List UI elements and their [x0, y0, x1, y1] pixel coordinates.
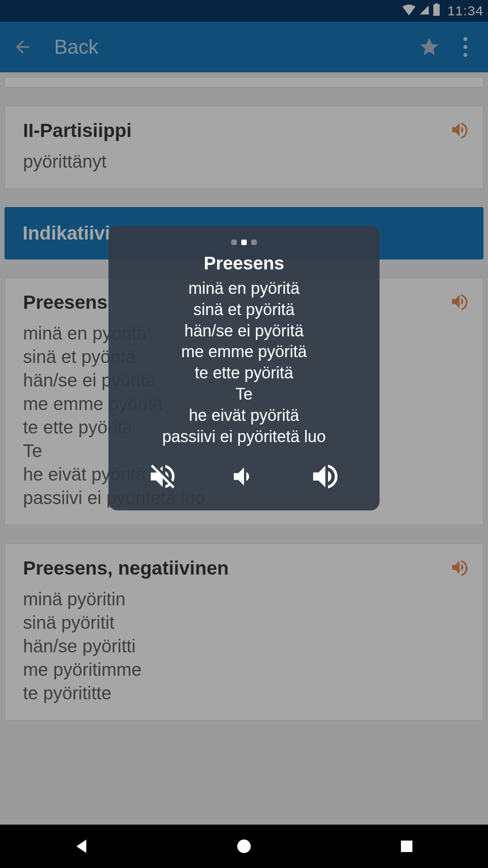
dot — [251, 240, 257, 245]
popup-title: Preesens — [122, 253, 366, 274]
popup-line: passiivi ei pyöritetä luo — [122, 426, 366, 448]
volume-low-button[interactable] — [224, 456, 264, 497]
popup-line: te ette pyöritä — [122, 363, 366, 384]
nav-home-button[interactable] — [228, 830, 260, 862]
svg-point-6 — [237, 840, 251, 853]
screen: 11:34 Back II-Partisiippi pyörittänyt In… — [0, 0, 488, 868]
svg-rect-7 — [401, 840, 412, 852]
audio-popup: Preesens minä en pyöritäsinä et pyöritäh… — [108, 226, 380, 510]
nav-recent-button[interactable] — [391, 830, 422, 862]
system-nav-bar — [0, 825, 488, 868]
nav-back-button[interactable] — [66, 830, 97, 862]
popup-line: he eivät pyöritä — [122, 405, 366, 426]
page-indicator — [122, 240, 366, 245]
popup-line: sinä et pyöritä — [122, 299, 366, 321]
popup-line: me emme pyöritä — [122, 341, 366, 363]
dot-active — [241, 240, 247, 245]
dot — [231, 240, 237, 245]
popup-line: minä en pyöritä — [122, 278, 366, 299]
volume-high-button[interactable] — [305, 456, 346, 497]
mute-button[interactable] — [142, 456, 183, 497]
popup-controls — [122, 456, 366, 497]
popup-line: Te — [122, 384, 366, 405]
popup-line: hän/se ei pyöritä — [122, 321, 366, 342]
